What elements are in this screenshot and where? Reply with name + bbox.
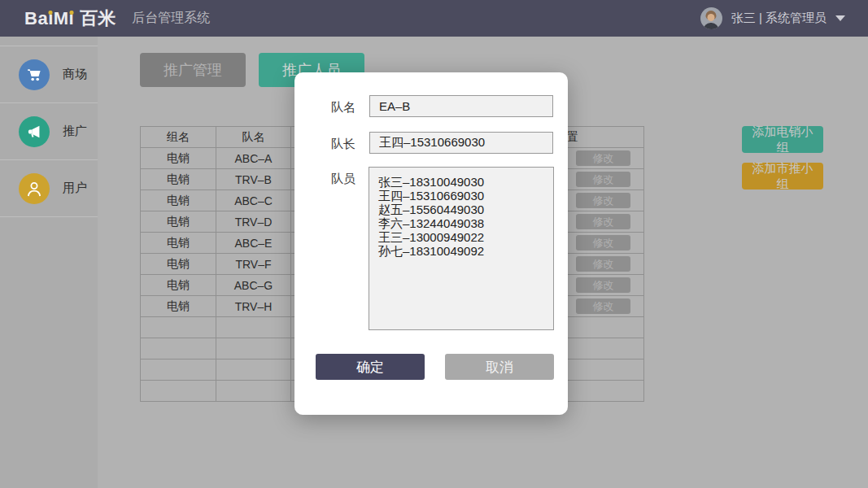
edit-button[interactable]: 修改: [576, 298, 630, 314]
app-window: BaıMı 百米 后台管理系统 张三 | 系统管理员: [0, 0, 868, 488]
sidebar-item-promotion[interactable]: 推广: [0, 103, 98, 160]
user-menu[interactable]: 张三 | 系统管理员: [700, 0, 845, 37]
user-name-role: 张三 | 系统管理员: [731, 11, 827, 26]
cell-team: TRV–B: [216, 169, 291, 190]
sidebar-item-users[interactable]: 用户: [0, 160, 98, 217]
chevron-down-icon: [835, 15, 845, 21]
app-title: 后台管理系统: [132, 10, 210, 27]
cell-team: [216, 317, 291, 338]
cell-team: [216, 381, 291, 401]
cell-group: 电销: [141, 169, 216, 190]
edit-button[interactable]: 修改: [576, 277, 630, 293]
avatar: [700, 7, 722, 29]
cancel-button[interactable]: 取消: [445, 354, 554, 380]
cell-group: 电销: [141, 275, 216, 295]
cell-team: ABC–C: [216, 190, 291, 211]
sidebar: 商场 推广 用户: [0, 37, 98, 488]
edit-button[interactable]: 修改: [576, 150, 630, 166]
logo-text: BaıMı: [24, 8, 74, 29]
cell-team: [216, 359, 291, 380]
sidebar-item-label: 推广: [63, 124, 87, 139]
cell-team: [216, 338, 291, 359]
sidebar-items: 商场 推广 用户: [0, 46, 98, 217]
sidebar-item-mall[interactable]: 商场: [0, 46, 98, 103]
sidebar-item-label: 用户: [63, 181, 87, 196]
edit-button[interactable]: 修改: [576, 172, 630, 187]
cell-group: 电销: [141, 233, 216, 253]
cell-team: ABC–A: [216, 148, 291, 168]
tab-promotion-management[interactable]: 推广管理: [140, 53, 246, 87]
column-header-group: 组名: [141, 127, 216, 147]
cell-group: 电销: [141, 190, 216, 211]
user-icon: [19, 173, 50, 204]
cell-group: 电销: [141, 296, 216, 316]
edit-button[interactable]: 修改: [576, 256, 630, 272]
cell-group: [141, 381, 216, 401]
user-icon-glyph: [24, 179, 44, 198]
team-name-input[interactable]: [369, 95, 553, 117]
team-leader-input[interactable]: [369, 132, 553, 154]
cell-team: TRV–D: [216, 211, 291, 232]
edit-team-dialog: 队名 队长 队员 张三–18310049030 王四–15310669030 赵…: [294, 72, 568, 415]
top-bar: BaıMı 百米 后台管理系统 张三 | 系统管理员: [0, 0, 868, 37]
avatar-body: [704, 23, 719, 29]
cell-group: [141, 359, 216, 380]
megaphone-icon-glyph: [25, 123, 43, 141]
edit-button[interactable]: 修改: [576, 235, 630, 251]
edit-button[interactable]: 修改: [576, 193, 630, 208]
cell-team: ABC–E: [216, 233, 291, 253]
cell-team: TRV–H: [216, 296, 291, 316]
cell-team: ABC–G: [216, 275, 291, 295]
cell-group: 电销: [141, 254, 216, 274]
team-leader-label: 队长: [331, 137, 355, 152]
logo-cjk: 百米: [80, 7, 116, 31]
cell-group: [141, 317, 216, 338]
team-members-textarea[interactable]: 张三–18310049030 王四–15310669030 赵五–1556044…: [369, 167, 554, 330]
cell-group: 电销: [141, 148, 216, 168]
team-name-label: 队名: [331, 100, 355, 115]
column-header-team: 队名: [216, 127, 291, 147]
cell-team: TRV–F: [216, 254, 291, 274]
cart-icon: [19, 59, 50, 90]
add-market-group-button[interactable]: 添加市推小组: [742, 163, 823, 190]
megaphone-icon: [19, 116, 50, 147]
cart-icon-glyph: [25, 66, 43, 84]
team-members-label: 队员: [331, 172, 355, 187]
cell-group: [141, 338, 216, 359]
sidebar-item-label: 商场: [63, 67, 87, 82]
confirm-button[interactable]: 确定: [316, 354, 425, 380]
cell-group: 电销: [141, 211, 216, 232]
avatar-face: [708, 14, 715, 21]
edit-button[interactable]: 修改: [576, 214, 630, 229]
add-telemarketing-group-button[interactable]: 添加电销小组: [742, 126, 823, 153]
